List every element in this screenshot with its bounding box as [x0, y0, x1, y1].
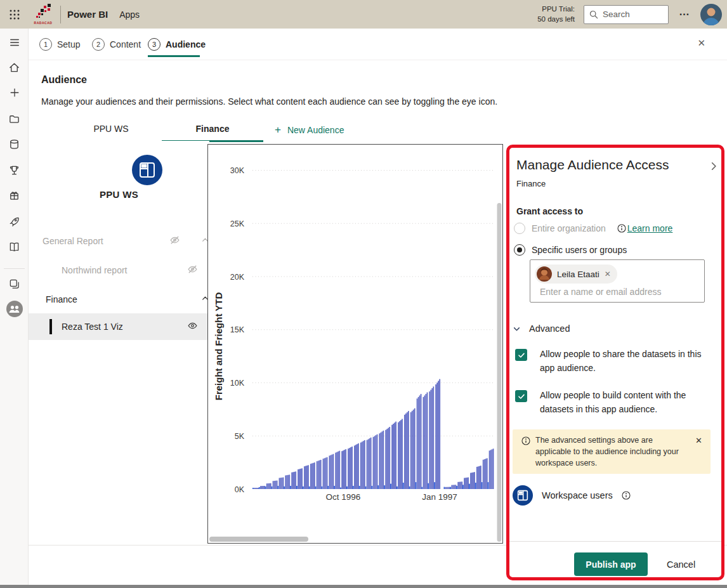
chart-bar-ytd[interactable] — [343, 450, 344, 489]
chart-bar-ytd[interactable] — [299, 469, 300, 489]
chart-bar-ytd[interactable] — [324, 458, 325, 489]
chart-bar-ytd[interactable] — [413, 410, 414, 489]
chart-bar-ytd[interactable] — [336, 452, 337, 489]
remove-user-icon[interactable]: ✕ — [605, 270, 611, 278]
report-preview-panel[interactable]: 0K5K10K15K20K25K30KFreight and Frieght Y… — [207, 144, 503, 544]
chart-bar-ytd[interactable] — [419, 395, 421, 489]
chart-bar-ytd[interactable] — [466, 478, 468, 489]
chart-bar-ytd[interactable] — [386, 429, 388, 489]
chart-bar-ytd[interactable] — [483, 460, 484, 489]
step-content[interactable]: 2 Content — [92, 29, 141, 60]
content-item-northwind-report[interactable]: Northwind report — [29, 260, 209, 280]
content-item-general-report[interactable]: General Report — [29, 231, 209, 251]
chart-bar-ytd[interactable] — [492, 449, 493, 489]
chart-bar-ytd[interactable] — [431, 388, 433, 489]
chart-bar-ytd[interactable] — [452, 485, 454, 489]
chart-bar-ytd[interactable] — [367, 440, 368, 489]
chart-bar-freight[interactable] — [488, 482, 489, 489]
chart-bar-ytd[interactable] — [263, 486, 264, 489]
chart-bar-ytd[interactable] — [282, 478, 283, 489]
new-audience-button[interactable]: + New Audience — [275, 118, 344, 142]
chart-bar-freight[interactable] — [359, 486, 360, 489]
chart-bar-freight[interactable] — [365, 487, 367, 489]
chart-bar-freight[interactable] — [416, 482, 417, 489]
chart-bar-ytd[interactable] — [478, 466, 479, 489]
chart-bar-ytd[interactable] — [376, 435, 377, 489]
chart-bar-ytd[interactable] — [433, 386, 434, 489]
chart-bar-ytd[interactable] — [464, 478, 465, 489]
chart-bar-ytd[interactable] — [460, 481, 461, 489]
chart-bar-ytd[interactable] — [337, 452, 339, 489]
chart-bar-ytd[interactable] — [436, 382, 438, 489]
chart-bar-freight[interactable] — [290, 486, 291, 489]
chart-bar-ytd[interactable] — [426, 394, 427, 489]
checkbox-checked-icon[interactable] — [515, 390, 527, 402]
chart-bar-ytd[interactable] — [269, 483, 270, 489]
nav-workspaces-icon[interactable] — [0, 273, 29, 294]
chart-bar-ytd[interactable] — [424, 395, 426, 489]
nav-home-icon[interactable] — [0, 56, 29, 78]
chart-bar-ytd[interactable] — [294, 472, 295, 489]
banner-close-icon[interactable]: ✕ — [695, 436, 702, 445]
chart-bar-freight[interactable] — [409, 487, 410, 489]
checkbox-build-content[interactable]: Allow people to build content with the d… — [515, 389, 702, 416]
chart-bar-freight[interactable] — [309, 487, 310, 489]
chart-bar-ytd[interactable] — [489, 450, 490, 489]
eye-slash-icon[interactable] — [169, 235, 180, 247]
user-chip-leila-etaati[interactable]: Leila Etaati ✕ — [535, 265, 617, 284]
chart-bar-ytd[interactable] — [364, 440, 365, 489]
chart-bar-ytd[interactable] — [461, 481, 462, 489]
chart-bar-ytd[interactable] — [395, 422, 396, 489]
cancel-button[interactable]: Cancel — [659, 552, 703, 576]
chart-bar-ytd[interactable] — [274, 481, 275, 489]
learn-more-link[interactable]: Learn more — [627, 223, 673, 233]
chart-bar-ytd[interactable] — [363, 441, 364, 489]
chart-bar-ytd[interactable] — [427, 393, 428, 489]
account-avatar[interactable] — [700, 4, 722, 25]
people-picker-placeholder[interactable]: Enter a name or email address — [540, 287, 661, 297]
chart-bar-freight[interactable] — [396, 487, 398, 489]
content-item-finance[interactable]: Finance — [29, 289, 209, 310]
chart-bar-ytd[interactable] — [260, 486, 261, 489]
chart-bar-ytd[interactable] — [368, 439, 369, 489]
chart-bar-freight[interactable] — [265, 487, 266, 489]
chart-bar-ytd[interactable] — [377, 434, 378, 489]
radio-entire-organization[interactable]: Entire organization Learn more — [514, 223, 672, 234]
chart-bar-ytd[interactable] — [323, 459, 324, 489]
chart-bar-ytd[interactable] — [405, 414, 407, 489]
chart-bar-ytd[interactable] — [468, 478, 469, 489]
chart-bar-freight[interactable] — [353, 486, 354, 489]
chart-bar-freight[interactable] — [346, 487, 348, 489]
chart-bar-ytd[interactable] — [454, 485, 455, 489]
more-options-icon[interactable]: … — [678, 6, 691, 23]
chart-bar-ytd[interactable] — [331, 455, 332, 489]
chart-bar-ytd[interactable] — [318, 461, 319, 489]
nav-apps[interactable]: Apps — [119, 10, 140, 20]
chart-bar-ytd[interactable] — [349, 448, 350, 489]
chart-bar-ytd[interactable] — [255, 488, 256, 489]
waffle-menu-icon[interactable] — [0, 0, 29, 29]
chart-bar-ytd[interactable] — [404, 415, 405, 489]
chart-bar-ytd[interactable] — [295, 471, 296, 489]
chart-bar-ytd[interactable] — [256, 488, 258, 489]
chart-bar-ytd[interactable] — [373, 437, 374, 489]
chart-bar-ytd[interactable] — [317, 461, 318, 489]
chart-bar-ytd[interactable] — [285, 475, 286, 489]
chart-bar-ytd[interactable] — [449, 487, 450, 489]
chart-bar-freight[interactable] — [421, 487, 422, 489]
freight-chart[interactable]: 0K5K10K15K20K25K30KFreight and Frieght Y… — [208, 145, 502, 543]
chart-bar-ytd[interactable] — [335, 453, 336, 489]
search-input[interactable] — [603, 10, 660, 19]
chart-bar-freight[interactable] — [322, 487, 323, 489]
chart-bar-ytd[interactable] — [435, 384, 436, 489]
chart-bar-ytd[interactable] — [473, 473, 474, 489]
chart-bar-ytd[interactable] — [266, 483, 268, 489]
chart-bar-ytd[interactable] — [362, 441, 363, 489]
chart-bar-freight[interactable] — [303, 487, 304, 489]
chart-bar-ytd[interactable] — [351, 447, 353, 489]
chart-bar-ytd[interactable] — [261, 486, 263, 489]
publish-app-button[interactable]: Publish app — [574, 552, 648, 576]
nav-data-hub-icon[interactable] — [0, 133, 29, 155]
chart-bar-ytd[interactable] — [398, 422, 399, 489]
chart-bar-ytd[interactable] — [394, 422, 395, 489]
